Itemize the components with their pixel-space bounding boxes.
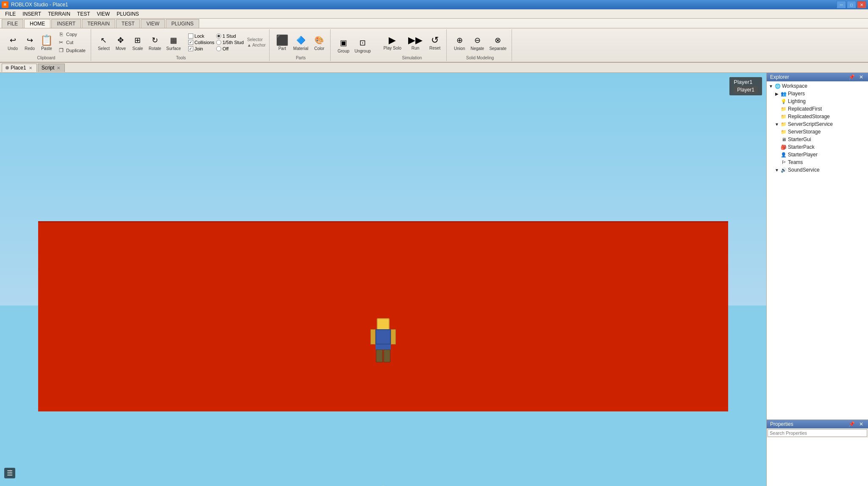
menu-plugins[interactable]: PLUGINS xyxy=(113,10,142,18)
paste-button[interactable]: 📋 Paste xyxy=(39,33,54,52)
ungroup-button[interactable]: ⊡ Ungroup xyxy=(353,36,372,54)
one-stud-radio[interactable]: 1 Stud xyxy=(216,33,244,39)
parts-label: Parts xyxy=(296,56,306,60)
menu-terrain[interactable]: TERRAIN xyxy=(45,10,74,18)
tree-item-starter-pack[interactable]: ▶ 🎒 StarterPack xyxy=(767,143,868,151)
redo-button[interactable]: ↪ Redo xyxy=(22,33,37,52)
explorer-pin-button[interactable]: 📌 xyxy=(847,74,856,80)
off-label: Off xyxy=(223,46,228,51)
collisions-checkbox-input[interactable]: ✓ xyxy=(188,40,193,45)
close-button[interactable]: ✕ xyxy=(857,1,866,8)
undo-button[interactable]: ↩ Undo xyxy=(5,33,20,52)
surface-button[interactable]: ▦ Surface xyxy=(164,33,182,52)
minimize-button[interactable]: ─ xyxy=(837,1,846,8)
tab-script-close[interactable]: ✕ xyxy=(56,66,61,70)
lock-label: Lock xyxy=(195,33,204,39)
tree-item-server-storage[interactable]: ▶ 📁 ServerStorage xyxy=(767,128,868,136)
right-panel: Explorer 📌 ✕ ▼ 🌐 Workspace ▶ 👥 xyxy=(766,73,868,486)
join-checkbox[interactable]: ✓ Join xyxy=(188,46,214,51)
lighting-label: Lighting xyxy=(788,98,806,104)
separate-label: Separate xyxy=(489,46,506,51)
color-button[interactable]: 🎨 Color xyxy=(312,33,327,52)
tree-item-replicated-first[interactable]: ▶ 📁 ReplicatedFirst xyxy=(767,105,868,113)
menu-insert[interactable]: INSERT xyxy=(19,10,45,18)
group-button[interactable]: ▣ Group xyxy=(336,36,351,54)
tab-place1-close[interactable]: ✕ xyxy=(28,66,33,70)
reset-icon: ↺ xyxy=(431,35,439,46)
tree-item-lighting[interactable]: ▶ 💡 Lighting xyxy=(767,97,868,105)
tree-item-teams[interactable]: ▶ 🏳 Teams xyxy=(767,158,868,166)
tree-item-starter-gui[interactable]: ▶ 🖥 StarterGui xyxy=(767,136,868,143)
part-button[interactable]: ⬛ Part xyxy=(275,33,290,52)
starter-player-label: StarterPlayer xyxy=(788,152,818,158)
redo-icon: ↪ xyxy=(24,34,36,46)
properties-search-input[interactable] xyxy=(768,429,867,437)
replicated-storage-label: ReplicatedStorage xyxy=(788,114,830,119)
rotate-button[interactable]: ↻ Rotate xyxy=(147,33,163,52)
ribbon-tab-insert[interactable]: INSERT xyxy=(51,19,81,28)
ribbon-group-clipboard: ↩ Undo ↪ Redo 📋 Paste xyxy=(2,29,91,61)
properties-close-button[interactable]: ✕ xyxy=(858,421,865,427)
sound-service-label: SoundService xyxy=(788,167,820,173)
starter-player-icon: 👤 xyxy=(780,151,787,158)
move-button[interactable]: ✥ Move xyxy=(113,33,128,52)
menu-file[interactable]: FILE xyxy=(2,10,19,18)
tab-script[interactable]: Script ✕ xyxy=(38,64,65,72)
collisions-checkbox[interactable]: ✓ Collisions xyxy=(188,40,214,45)
separate-button[interactable]: ⊗ Separate xyxy=(487,33,508,52)
scale-icon: ⊞ xyxy=(132,34,144,46)
tree-item-sound-service[interactable]: ▼ 🔊 SoundService xyxy=(767,166,868,174)
properties-content xyxy=(767,438,868,486)
char-arm-right xyxy=(391,329,396,344)
ribbon-tab-test[interactable]: TEST xyxy=(116,19,140,28)
tree-item-starter-player[interactable]: ▶ 👤 StarterPlayer xyxy=(767,151,868,158)
play-solo-button[interactable]: ▶ Play Solo xyxy=(381,34,404,51)
tab-place1[interactable]: Place1 ✕ xyxy=(2,64,37,72)
scale-button[interactable]: ⊞ Scale xyxy=(130,33,145,52)
ribbon-group-parts: ⬛ Part 🔷 Material 🎨 Color Parts xyxy=(271,29,331,61)
off-radio[interactable]: Off xyxy=(216,46,244,51)
join-checkbox-input[interactable]: ✓ xyxy=(188,46,193,51)
menu-view[interactable]: VIEW xyxy=(93,10,113,18)
tree-item-workspace[interactable]: ▼ 🌐 Workspace xyxy=(767,82,868,90)
select-button[interactable]: ↖ Select xyxy=(96,33,111,52)
copy-button[interactable]: ⎘ Copy xyxy=(56,31,87,38)
tree-item-replicated-storage[interactable]: ▶ 📁 ReplicatedStorage xyxy=(767,113,868,120)
players-icon: 👥 xyxy=(780,90,787,97)
explorer-close-button[interactable]: ✕ xyxy=(858,74,865,80)
negate-button[interactable]: ⊖ Negate xyxy=(469,33,486,52)
properties-pin-button[interactable]: 📌 xyxy=(847,421,856,427)
union-button[interactable]: ⊕ Union xyxy=(452,33,467,52)
tree-item-server-script-service[interactable]: ▼ 📁 ServerScriptService xyxy=(767,120,868,128)
one-stud-radio-input[interactable] xyxy=(216,33,221,39)
ribbon-tab-file[interactable]: FILE xyxy=(2,19,23,28)
cut-button[interactable]: ✂ Cut xyxy=(56,39,87,46)
off-radio-input[interactable] xyxy=(216,46,221,51)
ribbon: FILE HOME INSERT TERRAIN TEST VIEW PLUGI… xyxy=(0,19,868,63)
menu-test[interactable]: TEST xyxy=(74,10,94,18)
material-button[interactable]: 🔷 Material xyxy=(292,33,310,52)
ribbon-group-simulation: ▶ Play Solo ▶▶ Run ↺ Reset Simulation xyxy=(378,29,447,61)
reset-button[interactable]: ↺ Reset xyxy=(427,34,443,51)
sound-service-expand[interactable]: ▼ xyxy=(774,168,779,172)
sss-expand[interactable]: ▼ xyxy=(774,122,779,127)
one-stud-label: 1 Stud xyxy=(223,33,236,39)
join-label: Join xyxy=(195,46,203,51)
viewport-hamburger-menu[interactable]: ☰ xyxy=(4,468,15,478)
workspace-expand[interactable]: ▼ xyxy=(768,84,773,89)
players-expand[interactable]: ▶ xyxy=(774,92,779,96)
app-icon: R xyxy=(2,1,8,8)
fifth-stud-radio-input[interactable] xyxy=(216,40,221,45)
maximize-button[interactable]: □ xyxy=(847,1,856,8)
viewport[interactable]: Player1 Player1 + ☰ xyxy=(0,73,766,486)
fifth-stud-radio[interactable]: 1/5th Stud xyxy=(216,40,244,45)
ribbon-tab-home[interactable]: HOME xyxy=(24,19,50,28)
lock-checkbox[interactable]: Lock xyxy=(188,33,214,39)
tree-item-players[interactable]: ▶ 👥 Players xyxy=(767,90,868,97)
ribbon-tab-plugins[interactable]: PLUGINS xyxy=(166,19,199,28)
lock-checkbox-input[interactable] xyxy=(188,33,193,39)
duplicate-button[interactable]: ❐ Duplicate xyxy=(56,47,87,54)
run-button[interactable]: ▶▶ Run xyxy=(406,34,425,51)
ribbon-tab-terrain[interactable]: TERRAIN xyxy=(82,19,115,28)
ribbon-tab-view[interactable]: VIEW xyxy=(141,19,165,28)
